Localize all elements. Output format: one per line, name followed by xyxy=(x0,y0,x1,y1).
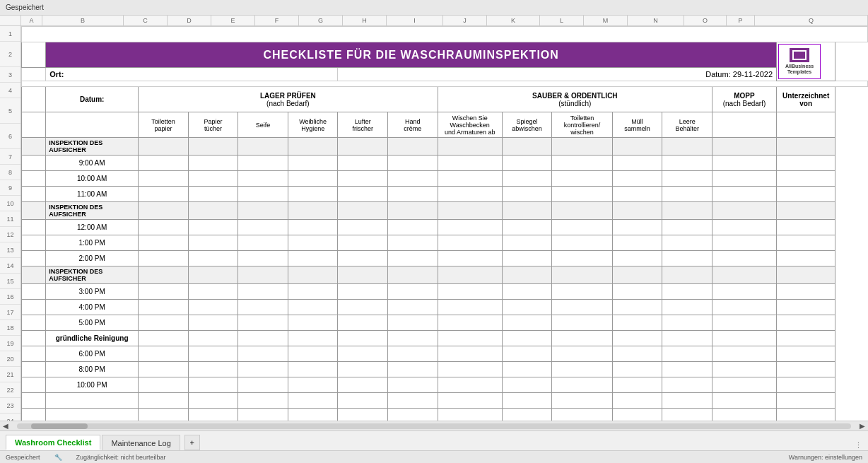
time-1pm[interactable]: 1:00 PM xyxy=(46,235,139,251)
time-10pm[interactable]: 10:00 PM xyxy=(46,377,139,393)
empty-row-24 xyxy=(22,409,868,421)
section-mopp-header: MOPP (nach Bedarf) xyxy=(712,87,776,112)
main-table: CHECKLISTE FÜR DIE WASCHRAUMINSPEKTION A… xyxy=(21,26,868,421)
row-16: 16 xyxy=(0,289,20,305)
time-2pm[interactable]: 2:00 PM xyxy=(46,251,139,266)
row-15: 15 xyxy=(0,274,20,289)
status-saved: Gespeichert xyxy=(6,454,40,461)
col-f[interactable]: F xyxy=(255,16,299,25)
row-3: 3 xyxy=(0,67,20,83)
time-row-5pm: 5:00 PM xyxy=(22,315,868,331)
section-sauber-header: SAUBER & ORDENTLICH (stündlich) xyxy=(438,87,712,112)
col-o[interactable]: O xyxy=(684,16,727,25)
col-c[interactable]: C xyxy=(124,16,168,25)
time-11am[interactable]: 11:00 AM xyxy=(46,187,139,202)
supervisor-2-label: INSPEKTION DES AUFSICHER xyxy=(46,202,139,220)
subheader-papier: Papiertücher xyxy=(188,112,238,138)
col-n[interactable]: N xyxy=(628,16,684,25)
time-4pm[interactable]: 4:00 PM xyxy=(46,300,139,315)
time-9am[interactable]: 9:00 AM xyxy=(46,156,139,171)
tab-maintenance-log[interactable]: Maintenance Log xyxy=(102,435,180,450)
col-m[interactable]: M xyxy=(584,16,628,25)
tab-maintenance-label: Maintenance Log xyxy=(111,439,170,447)
horizontal-scrollbar[interactable]: ◀ ▶ xyxy=(0,421,868,430)
status-icon: 🔧 xyxy=(54,454,62,461)
time-row-12am: 12:00 AM xyxy=(22,220,868,235)
tab-washroom-label: Washroom Checklist xyxy=(15,438,91,447)
col-b[interactable]: B xyxy=(42,16,124,25)
time-row-8pm: 8:00 PM xyxy=(22,362,868,377)
scroll-left-btn[interactable]: ◀ xyxy=(3,422,8,430)
row-24: 24 xyxy=(0,414,20,421)
time-12am[interactable]: 12:00 AM xyxy=(46,220,139,235)
col-i[interactable]: I xyxy=(387,16,443,25)
logo-icon xyxy=(790,48,809,62)
col-l[interactable]: L xyxy=(540,16,584,25)
col-d[interactable]: D xyxy=(168,16,211,25)
time-row-11am: 11:00 AM xyxy=(22,187,868,202)
datum-field: Datum: 29-11-2022 xyxy=(338,68,777,81)
datum-value: 29-11-2022 xyxy=(733,70,773,78)
row-17: 17 xyxy=(0,305,20,320)
row-12: 12 xyxy=(0,227,20,242)
section-lager-header: LAGER PRÜFEN (nach Bedarf) xyxy=(139,87,438,112)
row-10: 10 xyxy=(0,196,20,211)
ort-datum-row: Ort: Datum: 29-11-2022 xyxy=(22,68,868,81)
tab-add-button[interactable]: + xyxy=(184,435,200,450)
scroll-right-btn[interactable]: ▶ xyxy=(860,422,865,430)
col-e[interactable]: E xyxy=(211,16,255,25)
col-p[interactable]: P xyxy=(727,16,755,25)
time-row-2pm: 2:00 PM xyxy=(22,251,868,266)
title-cell: CHECKLISTE FÜR DIE WASCHRAUMINSPEKTION xyxy=(46,42,777,68)
row-18: 18 xyxy=(0,320,20,336)
status-accessibility: Zugänglichkeit: nicht beurteilbar xyxy=(76,454,166,461)
status-warnings: Warnungen: einstellungen xyxy=(789,454,862,461)
app-container: Gespeichert A B C D E F G H I J K L M N … xyxy=(0,0,868,463)
time-row-3pm: 3:00 PM xyxy=(22,284,868,300)
time-row-9am: 9:00 AM xyxy=(22,156,868,171)
col-a[interactable]: A xyxy=(21,16,42,25)
scrollbar-thumb[interactable] xyxy=(31,423,88,429)
col-h[interactable]: H xyxy=(343,16,387,25)
sheet-content: CHECKLISTE FÜR DIE WASCHRAUMINSPEKTION A… xyxy=(21,26,868,421)
scrollbar-track[interactable] xyxy=(17,423,851,429)
supervisor-3-label: INSPEKTION DES AUFSICHER xyxy=(46,266,139,284)
toolbar: Gespeichert xyxy=(0,0,868,16)
subheader-hand: Handcrème xyxy=(388,112,438,138)
row-1: 1 xyxy=(0,26,20,42)
row-2: 2 xyxy=(0,42,20,67)
tab-washroom-checklist[interactable]: Washroom Checklist xyxy=(6,435,100,450)
time-3pm[interactable]: 3:00 PM xyxy=(46,284,139,300)
row-11: 11 xyxy=(0,211,20,227)
grundlich-row: gründliche Reinigung xyxy=(22,331,868,346)
time-6pm[interactable]: 6:00 PM xyxy=(46,346,139,362)
tab-area-right: ⋮ xyxy=(855,441,862,450)
col-g[interactable]: G xyxy=(299,16,343,25)
row-1 xyxy=(22,27,868,42)
col-q[interactable]: Q xyxy=(755,16,868,25)
col-k[interactable]: K xyxy=(487,16,540,25)
row-19: 19 xyxy=(0,336,20,351)
supervisor-1-label: INSPEKTION DES AUFSICHER xyxy=(46,138,139,156)
row-21: 21 xyxy=(0,367,20,382)
col-j[interactable]: J xyxy=(443,16,487,25)
subheader-toiletten-k: Toilettenkontrollieren/wischen xyxy=(552,112,612,138)
time-8pm[interactable]: 8:00 PM xyxy=(46,362,139,377)
row-5: 5 xyxy=(0,98,20,124)
title-row: CHECKLISTE FÜR DIE WASCHRAUMINSPEKTION A… xyxy=(22,42,868,68)
row-13: 13 xyxy=(0,242,20,258)
subheader-wischen: Wischen SieWaschbeckenund Armaturen ab xyxy=(438,112,502,138)
supervisor-row-2: INSPEKTION DES AUFSICHER xyxy=(22,202,868,220)
logo-text: AllBusiness Templates xyxy=(785,64,814,76)
row-23: 23 xyxy=(0,398,20,414)
ort-field[interactable]: Ort: xyxy=(46,68,338,81)
status-bar: Gespeichert 🔧 Zugänglichkeit: nicht beur… xyxy=(0,450,868,463)
col-headers: A B C D E F G H I J K L M N O P Q xyxy=(0,16,868,26)
sub-header-row: Toilettenpapier Papiertücher Seife Weibl… xyxy=(22,112,868,138)
row-22: 22 xyxy=(0,382,20,398)
time-5pm[interactable]: 5:00 PM xyxy=(46,315,139,331)
time-10am[interactable]: 10:00 AM xyxy=(46,171,139,187)
tab-dots[interactable]: ⋮ xyxy=(855,441,862,450)
logo: AllBusiness Templates xyxy=(778,44,821,79)
row-4: 4 xyxy=(0,83,20,98)
